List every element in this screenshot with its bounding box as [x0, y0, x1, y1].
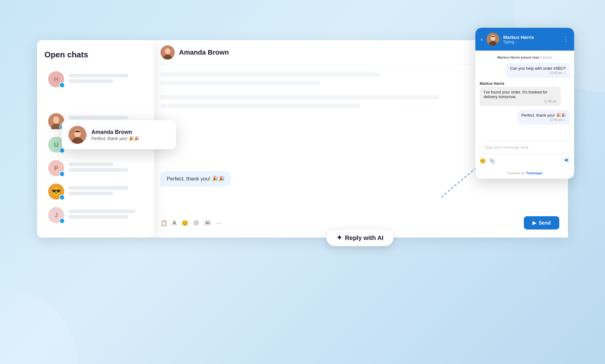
mobile-send-button[interactable]	[563, 157, 570, 165]
send-button[interactable]: ▶ Send	[524, 216, 559, 230]
mobile-chat-panel: ‹ Markus Harris Typing... ⋮ Markus Harri…	[475, 28, 574, 179]
mobile-status: Typing...	[503, 40, 559, 44]
amanda-preview: Perfect, thank you! 🎉🎉	[91, 136, 139, 141]
send-arrow-icon: ▶	[532, 220, 536, 226]
svg-point-1	[53, 116, 59, 124]
note-icon[interactable]: 📋	[161, 220, 167, 226]
check-icon: ✓	[563, 118, 566, 122]
mobile-messages: Markus Harris joined chat 4:16 pm Can yo…	[475, 51, 574, 137]
chat-contact-name: Amanda Brown	[179, 48, 229, 56]
sparkle-icon: ✦	[336, 234, 342, 242]
list-item[interactable]: P 🌐	[44, 157, 147, 179]
svg-point-10	[490, 35, 495, 41]
text-format-icon[interactable]: 𝗔	[172, 220, 177, 226]
list-item[interactable]: H 🌐	[44, 68, 147, 90]
more-options-icon[interactable]: ⋮	[563, 36, 569, 43]
emoji-icon[interactable]: 😊	[182, 220, 188, 226]
back-icon[interactable]: ‹	[481, 36, 483, 43]
reply-ai-button[interactable]: ✦ Reply with AI	[327, 230, 394, 246]
header-avatar	[161, 45, 175, 60]
more-icon[interactable]: ⋯	[216, 220, 221, 226]
agent-message: Markus Harris I've found your order. It'…	[480, 81, 570, 106]
amanda-name: Amanda Brown	[91, 129, 139, 135]
svg-point-4	[74, 129, 81, 137]
mobile-contact-avatar	[486, 33, 499, 46]
avatar: J 🌐	[48, 207, 64, 223]
list-item[interactable]: 😎 🌐	[44, 180, 147, 203]
open-chats-title: Open chats	[44, 50, 147, 60]
amanda-avatar	[69, 126, 86, 144]
powered-by-section: Powered by Textmagic	[475, 169, 574, 179]
globe-icon: 🌐	[59, 195, 65, 200]
globe-icon: 🌐	[59, 171, 65, 177]
check-icon: ✓	[563, 71, 566, 75]
mobile-contact-name: Markus Harris	[503, 35, 559, 40]
mobile-input-area: Type your message here 😊 📎	[475, 137, 574, 169]
mobile-message-input[interactable]: Type your message here	[480, 141, 570, 154]
emoji-input-icon[interactable]: 😊	[480, 158, 486, 164]
textmagic-brand: Textmagic	[526, 171, 543, 175]
mobile-header: ‹ Markus Harris Typing... ⋮	[475, 28, 574, 51]
attachment-icon[interactable]: 📎	[489, 158, 495, 164]
svg-point-7	[165, 48, 170, 54]
system-message: Markus Harris joined chat 4:16 pm	[480, 56, 570, 59]
mention-icon[interactable]: @	[193, 220, 199, 226]
perfect-message: Perfect, thank you! 🎉🎉	[161, 171, 231, 186]
sent-message-2: Perfect, thank you! 🎉🎉 12:48 am ✓	[517, 110, 570, 125]
globe-icon: 🌐	[59, 218, 65, 224]
sent-message: Can you help with order #5BU? 12:48 am ✓	[506, 63, 570, 78]
amanda-card[interactable]: Amanda Brown Perfect, thank you! 🎉🎉	[62, 120, 176, 149]
globe-icon: 🌐	[59, 82, 65, 88]
input-toolbar: 📋 𝗔 😊 @ AI ⋯ ▶ Send	[161, 216, 559, 230]
list-item[interactable]: J 🌐	[44, 204, 147, 226]
avatar: H 🌐	[48, 71, 64, 87]
ai-icon[interactable]: AI	[204, 220, 211, 226]
online-status-dot	[496, 42, 499, 45]
avatar: 😎 🌐	[48, 184, 64, 200]
avatar: P 🌐	[48, 160, 64, 176]
